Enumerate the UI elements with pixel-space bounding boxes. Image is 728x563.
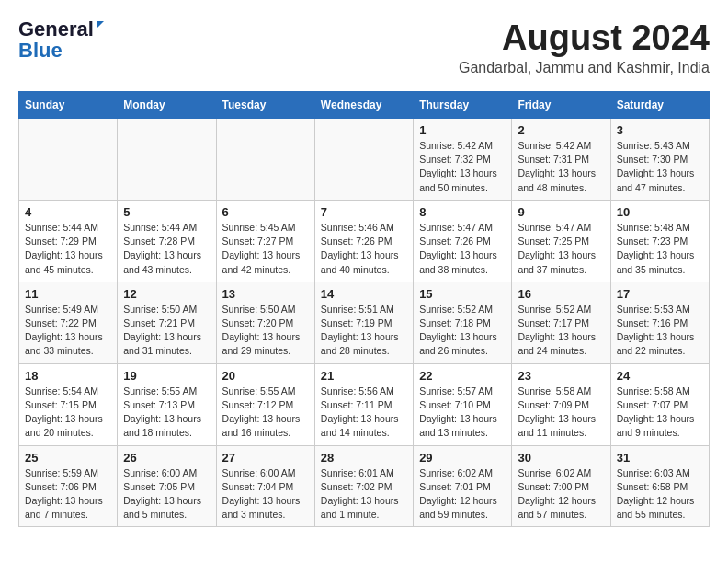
empty-day-cell [216,119,314,201]
day-number: 12 [123,287,210,301]
logo-blue: Blue [18,39,63,63]
calendar-day-cell: 22Sunrise: 5:57 AM Sunset: 7:10 PM Dayli… [414,363,512,445]
day-number: 14 [321,287,407,301]
day-info: Sunrise: 5:53 AM Sunset: 7:16 PM Dayligh… [617,303,703,359]
day-number: 10 [617,205,703,219]
day-number: 23 [518,369,604,383]
day-number: 15 [419,287,506,301]
day-info: Sunrise: 5:42 AM Sunset: 7:32 PM Dayligh… [419,139,506,195]
calendar-week-row: 25Sunrise: 5:59 AM Sunset: 7:06 PM Dayli… [19,445,710,527]
calendar-day-cell: 11Sunrise: 5:49 AM Sunset: 7:22 PM Dayli… [19,282,118,363]
calendar-day-cell: 19Sunrise: 5:55 AM Sunset: 7:13 PM Dayli… [118,363,216,445]
logo: General Blue [18,18,104,63]
day-number: 31 [617,451,703,465]
day-info: Sunrise: 5:52 AM Sunset: 7:17 PM Dayligh… [518,303,604,359]
day-number: 4 [25,205,111,219]
day-info: Sunrise: 5:51 AM Sunset: 7:19 PM Dayligh… [321,303,407,359]
title-area: August 2024 Gandarbal, Jammu and Kashmir… [459,18,710,76]
calendar-day-cell: 24Sunrise: 5:58 AM Sunset: 7:07 PM Dayli… [610,363,709,445]
day-number: 18 [25,369,111,383]
day-number: 21 [321,369,407,383]
day-number: 6 [222,205,309,219]
weekday-header-row: SundayMondayTuesdayWednesdayThursdayFrid… [19,92,710,119]
calendar-day-cell: 28Sunrise: 6:01 AM Sunset: 7:02 PM Dayli… [314,445,413,527]
day-number: 16 [518,287,604,301]
calendar-day-cell: 4Sunrise: 5:44 AM Sunset: 7:29 PM Daylig… [19,200,118,282]
empty-day-cell [314,119,413,201]
location-subtitle: Gandarbal, Jammu and Kashmir, India [459,60,710,76]
day-info: Sunrise: 5:59 AM Sunset: 7:06 PM Dayligh… [25,466,111,523]
weekday-header: Tuesday [216,92,314,119]
calendar-day-cell: 14Sunrise: 5:51 AM Sunset: 7:19 PM Dayli… [314,282,413,363]
day-info: Sunrise: 5:54 AM Sunset: 7:15 PM Dayligh… [25,385,111,441]
weekday-header: Wednesday [314,92,413,119]
day-info: Sunrise: 5:45 AM Sunset: 7:27 PM Dayligh… [222,221,309,277]
calendar-day-cell: 30Sunrise: 6:02 AM Sunset: 7:00 PM Dayli… [512,445,610,527]
day-info: Sunrise: 5:52 AM Sunset: 7:18 PM Dayligh… [419,303,506,359]
day-number: 19 [123,369,210,383]
calendar-day-cell: 31Sunrise: 6:03 AM Sunset: 6:58 PM Dayli… [610,445,709,527]
day-number: 27 [222,451,309,465]
calendar-day-cell: 3Sunrise: 5:43 AM Sunset: 7:30 PM Daylig… [610,119,709,201]
day-number: 8 [419,205,506,219]
empty-day-cell [19,119,118,201]
calendar-day-cell: 12Sunrise: 5:50 AM Sunset: 7:21 PM Dayli… [118,282,216,363]
day-info: Sunrise: 5:50 AM Sunset: 7:20 PM Dayligh… [222,303,309,359]
weekday-header: Sunday [19,92,118,119]
page-header: General Blue August 2024 Gandarbal, Jamm… [18,18,710,76]
day-number: 30 [518,451,604,465]
day-info: Sunrise: 6:02 AM Sunset: 7:00 PM Dayligh… [518,466,604,523]
calendar-day-cell: 7Sunrise: 5:46 AM Sunset: 7:26 PM Daylig… [314,200,413,282]
calendar-day-cell: 5Sunrise: 5:44 AM Sunset: 7:28 PM Daylig… [118,200,216,282]
day-number: 5 [123,205,210,219]
day-info: Sunrise: 5:49 AM Sunset: 7:22 PM Dayligh… [25,303,111,359]
calendar-day-cell: 15Sunrise: 5:52 AM Sunset: 7:18 PM Dayli… [414,282,512,363]
empty-day-cell [118,119,216,201]
calendar-day-cell: 17Sunrise: 5:53 AM Sunset: 7:16 PM Dayli… [610,282,709,363]
calendar-day-cell: 23Sunrise: 5:58 AM Sunset: 7:09 PM Dayli… [512,363,610,445]
day-info: Sunrise: 5:50 AM Sunset: 7:21 PM Dayligh… [123,303,210,359]
logo-general: General [18,17,94,40]
day-info: Sunrise: 6:02 AM Sunset: 7:01 PM Dayligh… [419,466,506,523]
day-number: 29 [419,451,506,465]
day-info: Sunrise: 5:47 AM Sunset: 7:26 PM Dayligh… [419,221,506,277]
day-info: Sunrise: 5:43 AM Sunset: 7:30 PM Dayligh… [617,139,703,195]
calendar-day-cell: 26Sunrise: 6:00 AM Sunset: 7:05 PM Dayli… [118,445,216,527]
day-info: Sunrise: 5:58 AM Sunset: 7:07 PM Dayligh… [617,385,703,441]
day-info: Sunrise: 5:55 AM Sunset: 7:12 PM Dayligh… [222,385,309,441]
weekday-header: Monday [118,92,216,119]
day-info: Sunrise: 6:03 AM Sunset: 6:58 PM Dayligh… [617,466,703,523]
logo-text: General [18,18,104,40]
day-number: 3 [617,123,703,137]
main-title: August 2024 [459,18,710,58]
calendar-week-row: 18Sunrise: 5:54 AM Sunset: 7:15 PM Dayli… [19,363,710,445]
day-number: 11 [25,287,111,301]
calendar-day-cell: 2Sunrise: 5:42 AM Sunset: 7:31 PM Daylig… [512,119,610,201]
day-number: 17 [617,287,703,301]
day-number: 2 [518,123,604,137]
calendar-day-cell: 1Sunrise: 5:42 AM Sunset: 7:32 PM Daylig… [414,119,512,201]
calendar-day-cell: 9Sunrise: 5:47 AM Sunset: 7:25 PM Daylig… [512,200,610,282]
day-number: 20 [222,369,309,383]
weekday-header: Thursday [414,92,512,119]
weekday-header: Saturday [610,92,709,119]
day-info: Sunrise: 6:00 AM Sunset: 7:04 PM Dayligh… [222,466,309,523]
calendar-day-cell: 10Sunrise: 5:48 AM Sunset: 7:23 PM Dayli… [610,200,709,282]
day-number: 1 [419,123,506,137]
calendar-day-cell: 13Sunrise: 5:50 AM Sunset: 7:20 PM Dayli… [216,282,314,363]
day-number: 9 [518,205,604,219]
calendar-day-cell: 8Sunrise: 5:47 AM Sunset: 7:26 PM Daylig… [414,200,512,282]
day-info: Sunrise: 5:55 AM Sunset: 7:13 PM Dayligh… [123,385,210,441]
calendar-day-cell: 18Sunrise: 5:54 AM Sunset: 7:15 PM Dayli… [19,363,118,445]
day-number: 22 [419,369,506,383]
day-number: 26 [123,451,210,465]
day-info: Sunrise: 5:58 AM Sunset: 7:09 PM Dayligh… [518,385,604,441]
calendar-week-row: 4Sunrise: 5:44 AM Sunset: 7:29 PM Daylig… [19,200,710,282]
calendar-week-row: 11Sunrise: 5:49 AM Sunset: 7:22 PM Dayli… [19,282,710,363]
day-info: Sunrise: 5:42 AM Sunset: 7:31 PM Dayligh… [518,139,604,195]
day-number: 7 [321,205,407,219]
day-number: 24 [617,369,703,383]
calendar-day-cell: 25Sunrise: 5:59 AM Sunset: 7:06 PM Dayli… [19,445,118,527]
day-info: Sunrise: 5:47 AM Sunset: 7:25 PM Dayligh… [518,221,604,277]
calendar-day-cell: 29Sunrise: 6:02 AM Sunset: 7:01 PM Dayli… [414,445,512,527]
